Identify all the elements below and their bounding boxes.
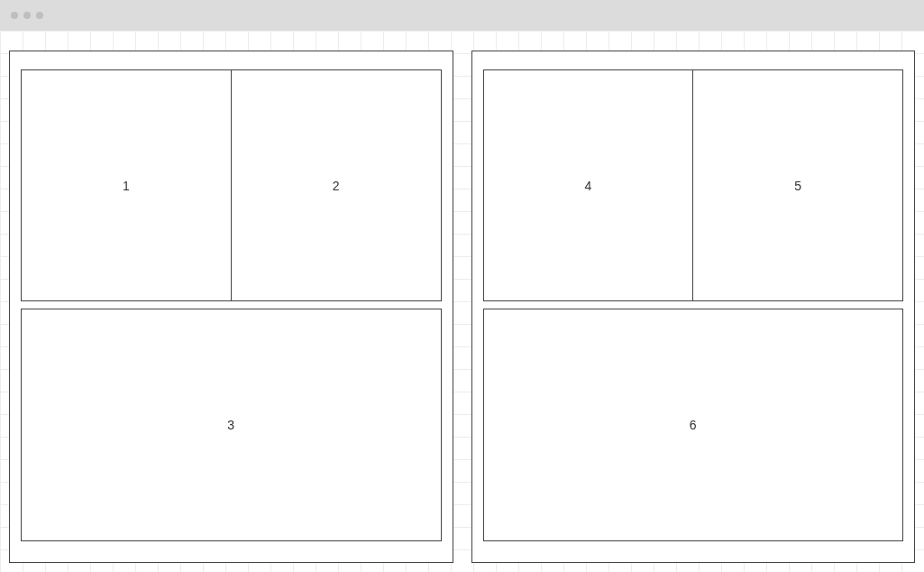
grid-top-row: 1 2 (21, 69, 442, 301)
grid-cell-1: 1 (22, 70, 232, 300)
grid-cell-label: 6 (690, 418, 697, 432)
grid-cell-6: 6 (483, 309, 904, 541)
window-dot-maximize-icon[interactable] (36, 12, 43, 19)
content-area: 1 2 3 4 5 6 (0, 31, 924, 572)
grid-cell-label: 4 (584, 179, 591, 193)
grid-cell-5: 5 (693, 70, 902, 300)
window-dots (11, 12, 43, 19)
window-dot-minimize-icon[interactable] (23, 12, 31, 19)
grid-container-left: 1 2 3 (9, 51, 453, 563)
window-dot-close-icon[interactable] (11, 12, 18, 19)
grid-cell-4: 4 (484, 70, 694, 300)
window-chrome (0, 0, 924, 31)
grid-cell-3: 3 (21, 309, 442, 541)
grid-cell-label: 2 (333, 179, 340, 193)
grid-cell-label: 1 (123, 179, 130, 193)
grid-container-right: 4 5 6 (471, 51, 916, 563)
grid-cell-label: 5 (794, 179, 801, 193)
grid-top-row: 4 5 (483, 69, 904, 301)
grid-cell-2: 2 (232, 70, 441, 300)
grid-cell-label: 3 (227, 418, 234, 432)
